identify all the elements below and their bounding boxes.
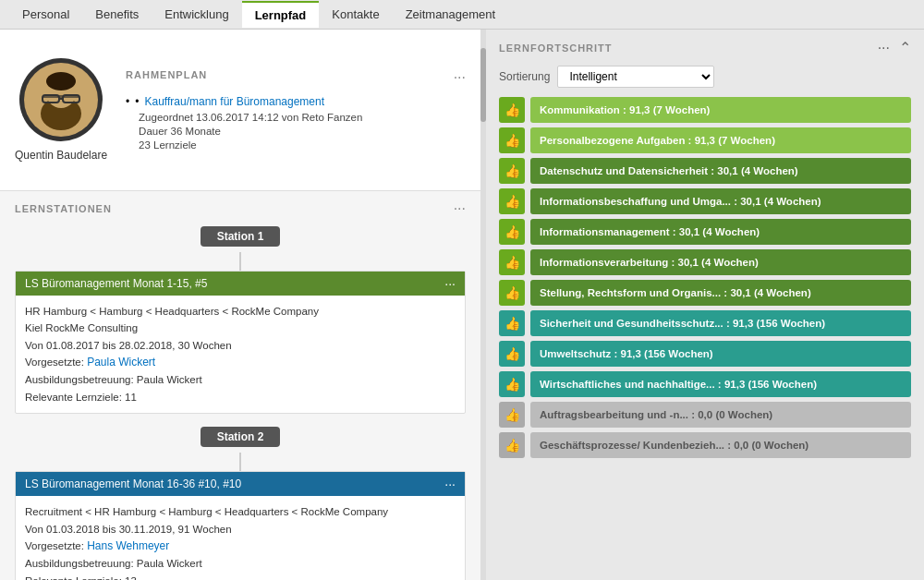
thumb-icon-7: 👍 (499, 310, 525, 336)
thumb-icon-11: 👍 (499, 432, 525, 458)
station1-card-header[interactable]: LS Büromanagement Monat 1-15, #5 ··· (16, 272, 465, 296)
lernstationen-section: LERNSTATIONEN ··· Station 1 LS Büromanag… (0, 191, 480, 580)
station1-card: LS Büromanagement Monat 1-15, #5 ··· HR … (15, 271, 466, 414)
user-name: Quentin Baudelare (15, 149, 107, 162)
progress-bar-1: Personalbezogene Aufgaben : 91,3 (7 Woch… (530, 127, 911, 153)
thumb-icon-2: 👍 (499, 158, 525, 184)
sort-select[interactable]: Intelligent Alphabetisch Nach Datum (557, 66, 714, 88)
progress-item-8[interactable]: 👍Umweltschutz : 91,3 (156 Wochen) (499, 341, 911, 367)
progress-item-9[interactable]: 👍Wirtschaftliches und nachhaltige... : 9… (499, 371, 911, 397)
avatar (19, 58, 103, 141)
progress-item-10[interactable]: 👍Auftragsbearbeitung und -n... : 0,0 (0 … (499, 402, 911, 428)
progress-bar-2: Datenschutz und Datensicherheit : 30,1 (… (530, 158, 911, 184)
progress-bar-11: Geschäftsprozesse/ Kundenbezieh... : 0,0… (530, 432, 911, 458)
station2-lernziele: Relevante Lernziele: 13 (25, 573, 456, 581)
thumb-icon-5: 👍 (499, 249, 525, 275)
station1-vorgesetzte-link[interactable]: Paula Wickert (87, 356, 155, 369)
thumb-icon-10: 👍 (499, 402, 525, 428)
sort-label: Sortierung (499, 70, 550, 83)
progress-bar-3: Informationsbeschaffung und Umga... : 30… (530, 188, 911, 214)
thumb-icon-1: 👍 (499, 127, 525, 153)
right-panel: LERNFORTSCHRITT ··· ⌃ Sortierung Intelli… (486, 30, 924, 580)
lernziele-info: 23 Lernziele (139, 139, 456, 151)
station1-card-title: LS Büromanagement Monat 1-15, #5 (25, 277, 207, 290)
station2-label: Station 2 (201, 427, 281, 447)
thumb-icon-3: 👍 (499, 188, 525, 214)
progress-item-4[interactable]: 👍Informationsmanagement : 30,1 (4 Wochen… (499, 219, 911, 245)
lernfortschritt-icons[interactable]: ··· ⌃ (878, 39, 911, 56)
station2-card-header[interactable]: LS Büromanagement Monat 16-36 #10, #10 ·… (16, 472, 465, 496)
station1-line3: Von 01.08.2017 bis 28.02.2018, 30 Wochen (25, 337, 456, 354)
station2-line1: Recruitment < HR Hamburg < Hamburg < Hea… (25, 503, 456, 520)
station2-vorgesetzte-link[interactable]: Hans Wehmeyer (87, 539, 169, 552)
progress-bar-4: Informationsmanagement : 30,1 (4 Wochen) (530, 219, 911, 245)
zugeordnet-info: Zugeordnet 13.06.2017 14:12 von Reto Fan… (139, 112, 456, 123)
progress-item-0[interactable]: 👍Kommunikation : 91,3 (7 Wochen) (499, 97, 911, 123)
station1-vorgesetzte-label: Vorgesetzte: (25, 356, 87, 368)
progress-item-3[interactable]: 👍Informationsbeschaffung und Umga... : 3… (499, 188, 911, 214)
lernstationen-title: LERNSTATIONEN (15, 203, 112, 214)
scrollbar-divider (480, 30, 486, 580)
thumb-icon-4: 👍 (499, 219, 525, 245)
station1-line2: Kiel RockMe Consulting (25, 320, 456, 336)
thumb-icon-6: 👍 (499, 280, 525, 306)
progress-item-6[interactable]: 👍Stellung, Rechtsform und Organis... : 3… (499, 280, 911, 306)
nav-item-entwicklung[interactable]: Entwicklung (152, 2, 241, 27)
progress-bar-8: Umweltschutz : 91,3 (156 Wochen) (530, 341, 911, 367)
station1-lernziele: Relevante Lernziele: 11 (25, 389, 456, 405)
station2-ausbildung: Ausbildungsbetreuung: Paula Wickert (25, 555, 456, 572)
progress-bar-0: Kommunikation : 91,3 (7 Wochen) (530, 97, 911, 123)
station2-vorgesetzte-label: Vorgesetzte: (25, 540, 87, 551)
progress-bar-5: Informationsverarbeitung : 30,1 (4 Woche… (530, 249, 911, 275)
progress-bar-7: Sicherheit und Gesundheitsschutz... : 91… (530, 310, 911, 336)
station2-card-title: LS Büromanagement Monat 16-36 #10, #10 (25, 477, 241, 490)
progress-bar-6: Stellung, Rechtsform und Organis... : 30… (530, 280, 911, 306)
lernfortschritt-header: LERNFORTSCHRITT ··· ⌃ (499, 39, 911, 56)
nav-item-kontakte[interactable]: Kontakte (319, 2, 392, 27)
progress-bar-9: Wirtschaftliches und nachhaltige... : 91… (530, 371, 911, 397)
progress-item-7[interactable]: 👍Sicherheit und Gesundheitsschutz... : 9… (499, 310, 911, 336)
station1-ausbildung: Ausbildungsbetreuung: Paula Wickert (25, 371, 456, 388)
station1-card-body: HR Hamburg < Hamburg < Headquarters < Ro… (16, 296, 465, 413)
progress-item-11[interactable]: 👍Geschäftsprozesse/ Kundenbezieh... : 0,… (499, 432, 911, 458)
station1-more-icon[interactable]: ··· (444, 276, 456, 291)
station1-vorgesetzte: Vorgesetzte: Paula Wickert (25, 354, 456, 371)
station2-card-body: Recruitment < HR Hamburg < Hamburg < Hea… (16, 496, 465, 580)
sort-row: Sortierung Intelligent Alphabetisch Nach… (499, 66, 911, 88)
station1-label: Station 1 (201, 226, 281, 247)
svg-point-3 (46, 72, 76, 91)
thumb-icon-0: 👍 (499, 97, 525, 123)
station2-card: LS Büromanagement Monat 16-36 #10, #10 ·… (15, 471, 466, 580)
progress-bar-10: Auftragsbearbeitung und -n... : 0,0 (0 W… (530, 402, 911, 428)
top-nav: PersonalBenefitsEntwicklungLernpfadKonta… (0, 0, 924, 30)
thumb-icon-8: 👍 (499, 341, 525, 367)
station2-vorgesetzte: Vorgesetzte: Hans Wehmeyer (25, 538, 456, 555)
station2-more-icon[interactable]: ··· (444, 477, 456, 491)
rahmenplan-title: RAHMENPLAN (126, 69, 207, 80)
rahmenplan-menu-icon[interactable]: ··· (454, 69, 466, 86)
lernstationen-menu-icon[interactable]: ··· (454, 200, 466, 217)
nav-item-zeitmanagement[interactable]: Zeitmanagement (393, 2, 509, 27)
station1-line1: HR Hamburg < Hamburg < Headquarters < Ro… (25, 303, 456, 320)
station2-line3: Von 01.03.2018 bis 30.11.2019, 91 Wochen (25, 521, 456, 538)
progress-item-2[interactable]: 👍Datenschutz und Datensicherheit : 30,1 … (499, 158, 911, 184)
more-options-icon[interactable]: ··· (878, 40, 890, 56)
nav-item-lernpfad[interactable]: Lernpfad (242, 1, 320, 28)
lernfortschritt-title: LERNFORTSCHRITT (499, 42, 613, 54)
progress-item-5[interactable]: 👍Informationsverarbeitung : 30,1 (4 Woch… (499, 249, 911, 275)
scrollbar-thumb[interactable] (480, 48, 486, 122)
dauer-info: Dauer 36 Monate (139, 126, 456, 137)
collapse-icon[interactable]: ⌃ (899, 39, 911, 56)
progress-item-1[interactable]: 👍Personalbezogene Aufgaben : 91,3 (7 Woc… (499, 127, 911, 153)
nav-item-personal[interactable]: Personal (9, 2, 82, 27)
profile-section: Quentin Baudelare RAHMENPLAN ··· • Kauff… (0, 30, 480, 191)
thumb-icon-9: 👍 (499, 371, 525, 397)
rahmenplan-link[interactable]: Kauffrau/mann für Büromanagement (144, 95, 324, 108)
progress-list: 👍Kommunikation : 91,3 (7 Wochen)👍Persona… (499, 97, 911, 458)
nav-item-benefits[interactable]: Benefits (82, 2, 152, 27)
